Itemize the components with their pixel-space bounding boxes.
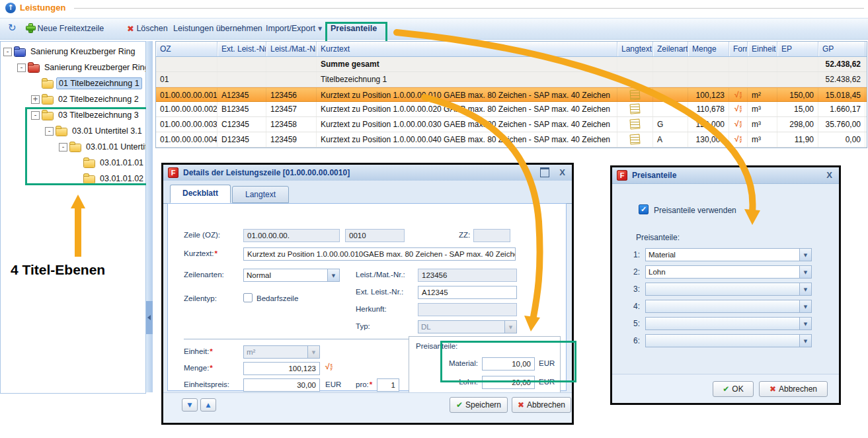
folder-icon [15,49,25,56]
check-icon: ✔ [456,400,463,410]
chevron-down-icon[interactable]: ▼ [799,334,812,347]
prev-row-button[interactable]: ▼ [182,398,198,412]
table-row[interactable]: 01Titelbezeichnung 152.438,62 [156,72,867,87]
menge-field[interactable]: 100,123 [243,362,320,375]
column-header-langtext[interactable]: Langtext [617,42,653,56]
langtext-note-icon[interactable] [629,89,640,100]
preisanteil-value [645,334,799,347]
extleist-field[interactable]: A12345 [418,286,517,299]
langtext-note-icon[interactable] [629,134,640,144]
close-icon[interactable]: X [559,167,565,177]
tab-langtext[interactable]: Langtext [232,186,289,203]
formula-icon: √xy [734,105,742,112]
column-header-oz[interactable]: OZ [156,42,217,56]
column-header-ext-leist-nr-[interactable]: Ext. Leist.-Nr. [217,42,266,56]
column-header-einheit[interactable]: Einheit [748,42,777,56]
tree-item[interactable]: +02 Titelbezeichnung 2 [1,91,145,107]
preisanteil-select-1[interactable]: Material▼ [645,248,812,261]
table-row[interactable]: 01.00.00.00.0020B12345123457Kurztext zu … [156,102,867,117]
column-header-ep[interactable]: EP [777,42,818,56]
column-header-menge[interactable]: Menge [688,42,729,56]
zeile-oz-field: 01.00.00.00. [243,229,340,242]
table-row[interactable]: 01.00.00.00.0030C12345123458Kurztext zu … [156,117,867,132]
cell-langtext [617,102,653,116]
import-export-menu[interactable]: Import/Export▼ [266,24,322,33]
preisanteil-select-2[interactable]: Lohn▼ [645,265,812,279]
preisanteil-row: 5:▼ [612,317,839,334]
zeilenarten-select[interactable]: Normal▼ [243,269,340,282]
save-button[interactable]: ✔Speichern [450,397,508,413]
column-header-gp[interactable]: GP [818,42,865,56]
new-freetext-row-button[interactable]: Neue Freitextzeile [26,24,104,33]
highlight-box-title-levels [25,107,149,185]
project-tree-panel: -Sanierung Kreuzberger Ring-Sanierung Kr… [0,41,146,394]
collapse-section-icon[interactable]: ↑ [5,3,16,13]
chevron-down-icon[interactable]: ▼ [799,265,812,279]
formula-icon[interactable]: √xy [325,363,333,371]
cancel-button[interactable]: ✖Abbrechen [759,381,828,397]
column-header-leist-mat-nr-[interactable]: Leist./Mat.-Nr. [266,42,317,56]
column-header-kurztext[interactable]: Kurztext [317,42,617,56]
delete-button[interactable]: ✖ Löschen [127,24,168,34]
tree-toggle-icon[interactable]: + [31,95,40,104]
cell-ext-leist-nr: C12345 [217,117,266,132]
cancel-button[interactable]: ✖Abbrechen [512,397,571,413]
cell-ep [777,72,818,87]
preisanteil-number: 6: [612,334,645,345]
details-dialog: F Details der Leistungszeile [01.00.00.0… [161,163,574,425]
tab-deckblatt[interactable]: Deckblatt [170,185,231,203]
tree-item[interactable]: -Sanierung Kreuzberger Ring [1,60,145,75]
kurztext-field[interactable]: Kurztext zu Position 1.0.00.00.010GAEB m… [243,247,516,261]
chevron-down-icon[interactable]: ▼ [799,283,812,296]
splitter-collapse-handle[interactable] [146,301,153,334]
chevron-down-icon[interactable]: ▼ [799,248,812,261]
bedarfszeile-checkbox[interactable] [243,293,253,302]
preisanteil-value: Lohn [645,265,799,279]
cell-ep: 150,00 [777,88,818,101]
folder-icon [42,81,53,88]
tree-toggle-icon[interactable]: - [3,48,12,56]
tree-item[interactable]: 01 Titelbezeichnung 1 [1,75,145,91]
toolbar: ↻ Neue Freitextzeile ✖ Löschen Leistunge… [0,18,868,40]
maximize-icon[interactable] [540,167,549,177]
column-header-zeilenart[interactable]: Zeilenart [653,42,688,56]
preisanteil-select-6[interactable]: ▼ [645,334,812,347]
details-dialog-title: Details der Leistungszeile [01.00.00.00.… [183,168,350,177]
panel-splitter[interactable] [146,41,153,392]
tree-toggle-icon[interactable]: - [17,64,26,72]
cell-einheit [748,57,777,71]
preisanteile-dialog-footer: ✔OK ✖Abbrechen [612,374,839,403]
cell-leist-mat-nr: 123458 [266,117,317,132]
table-row[interactable]: 01.00.00.00.0040D12345123459Kurztext zu … [156,132,867,148]
annotation-title-levels: 4 Titel-Ebenen [11,262,149,278]
details-dialog-titlebar[interactable]: F Details der Leistungszeile [01.00.00.0… [163,165,572,181]
chevron-down-icon[interactable]: ▼ [799,317,812,330]
zeilenarten-label: Zeilenarten: [184,271,224,279]
langtext-note-icon[interactable] [629,103,640,114]
check-icon: ✔ [723,384,729,394]
table-row[interactable]: Summe gesamt52.438,62 [156,57,867,72]
tree-item[interactable]: -Sanierung Kreuzberger Ring [1,44,145,60]
einheitspreis-field[interactable]: 30,00 [243,378,320,392]
cell-gp: 1.660,17 [818,102,865,116]
ok-button[interactable]: ✔OK [713,381,754,397]
chevron-down-icon[interactable]: ▼ [799,300,812,313]
cell-menge: 110,678 [688,102,729,116]
zeile-label: Zeile (OZ): [184,231,220,239]
refresh-icon[interactable]: ↻ [8,23,17,33]
chevron-down-icon[interactable]: ▼ [327,269,340,282]
preisanteile-dialog-titlebar[interactable]: F Preisanteile X [612,167,839,184]
langtext-note-icon[interactable] [629,118,640,129]
column-header-form[interactable]: Form [729,42,748,56]
table-row[interactable]: 01.00.00.00.0010A12345123456Kurztext zu … [156,87,867,102]
preisanteil-select-3[interactable]: ▼ [645,283,812,296]
apply-services-button[interactable]: Leistungen übernehmen [173,24,262,33]
cell-gp: 15.018,45 [818,88,865,101]
preisanteil-select-5[interactable]: ▼ [645,317,812,330]
close-icon[interactable]: X [826,170,832,180]
next-row-button[interactable]: ▲ [200,398,216,412]
preisanteil-select-4[interactable]: ▼ [645,300,812,313]
pro-field[interactable]: 1 [377,378,399,392]
services-table: OZExt. Leist.-Nr.Leist./Mat.-Nr.Kurztext… [155,41,867,148]
preisanteile-verwenden-checkbox[interactable]: ✓ [639,204,649,214]
